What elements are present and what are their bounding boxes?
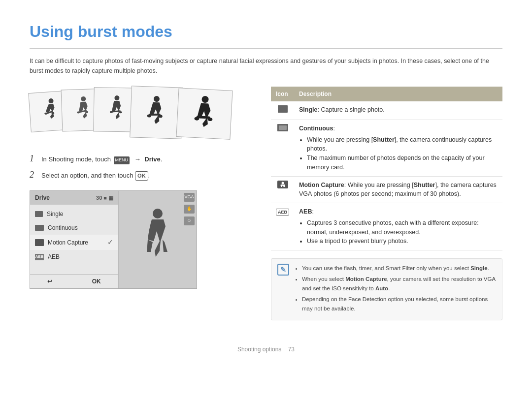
drive-photo-area: VGA ✋ ☺ bbox=[119, 191, 197, 288]
drive-header-label: Drive bbox=[35, 193, 50, 202]
table-row-motion: Motion Capture: While you are pressing [… bbox=[271, 176, 502, 203]
svg-point-16 bbox=[201, 95, 209, 103]
single-title: Single bbox=[299, 106, 318, 113]
menu-icon: MENU bbox=[114, 156, 130, 164]
note-content: You can use the flash, timer, and Smart … bbox=[294, 264, 496, 315]
note-1: You can use the flash, timer, and Smart … bbox=[302, 264, 496, 273]
note-icon: ✎ bbox=[277, 264, 289, 276]
aeb-icon-cell: AEB bbox=[271, 203, 294, 250]
aeb-desc-cell: AEB: Captures 3 consecutive photos, each… bbox=[294, 203, 502, 250]
continuous-desc-cell: Continuous: While you are pressing [Shut… bbox=[294, 120, 502, 176]
aeb-bullet-2: Use a tripod to prevent blurry photos. bbox=[307, 237, 498, 246]
drive-menu-header: Drive 30 ■ ▦ bbox=[30, 191, 118, 205]
vga-icon: VGA bbox=[184, 193, 195, 202]
burst-photo-4 bbox=[130, 86, 183, 139]
left-column: 1 In Shooting mode, touch MENU → Drive. … bbox=[30, 87, 256, 289]
drive-item-motion-label: Motion Capture bbox=[48, 238, 88, 247]
footer-text: Shooting options bbox=[237, 346, 281, 353]
note-3: Depending on the Face Detection option y… bbox=[302, 295, 496, 313]
single-icon-img bbox=[278, 105, 288, 113]
page-number: 73 bbox=[288, 346, 295, 353]
continuous-icon-cell bbox=[271, 120, 294, 176]
person-silhouette bbox=[138, 208, 177, 272]
single-icon-cell bbox=[271, 101, 294, 120]
svg-point-21 bbox=[281, 182, 284, 184]
drive-item-aeb-label: AEB bbox=[48, 252, 60, 261]
drive-menu-panel: Drive 30 ■ ▦ Single Continuous bbox=[30, 191, 119, 288]
drive-label: Drive bbox=[144, 155, 161, 163]
drive-menu-mockup: Drive 30 ■ ▦ Single Continuous bbox=[30, 190, 197, 289]
aeb-bullet-1: Captures 3 consecutive photos, each with… bbox=[307, 218, 498, 237]
drive-count: 30 ■ ▦ bbox=[96, 194, 113, 202]
single-desc-cell: Single: Capture a single photo. bbox=[294, 101, 502, 120]
main-content: 1 In Shooting mode, touch MENU → Drive. … bbox=[30, 87, 502, 320]
table-row-continuous: Continuous: While you are pressing [Shut… bbox=[271, 120, 502, 176]
drive-item-motion[interactable]: Motion Capture ✓ bbox=[30, 235, 118, 250]
step-2: 2 Select an option, and then touch OK. bbox=[30, 168, 256, 182]
continuous-icon bbox=[35, 225, 44, 231]
page-footer: Shooting options 73 bbox=[30, 345, 502, 354]
intro-paragraph: It can be difficult to capture photos of… bbox=[30, 56, 493, 76]
table-row-aeb: AEB AEB: Captures 3 consecutive photos, … bbox=[271, 203, 502, 250]
drive-menu-items: Single Continuous Motion Capture ✓ AEB A… bbox=[30, 205, 118, 274]
back-button[interactable]: ↩ bbox=[47, 277, 52, 286]
continuous-icon-img bbox=[277, 124, 288, 131]
aeb-icon-img: AEB bbox=[276, 209, 289, 216]
svg-point-20 bbox=[153, 209, 163, 218]
burst-photos-strip bbox=[30, 87, 236, 143]
aeb-icon: AEB bbox=[35, 254, 44, 260]
ok-icon: OK bbox=[135, 171, 148, 181]
drive-item-continuous-label: Continuous bbox=[48, 223, 78, 232]
motion-icon bbox=[35, 239, 44, 246]
burst-photo-5 bbox=[176, 88, 233, 140]
continuous-bullet-2: The maximum number of photos depends on … bbox=[307, 154, 498, 172]
svg-point-0 bbox=[48, 98, 54, 103]
aeb-title: AEB bbox=[299, 208, 312, 215]
note-box: ✎ You can use the flash, timer, and Smar… bbox=[271, 258, 502, 320]
svg-point-8 bbox=[114, 95, 119, 100]
step-1: 1 In Shooting mode, touch MENU → Drive. bbox=[30, 152, 256, 165]
motion-title: Motion Capture bbox=[299, 182, 344, 188]
svg-point-12 bbox=[154, 95, 160, 101]
ok-button[interactable]: OK bbox=[92, 277, 101, 286]
drive-item-single-label: Single bbox=[47, 210, 63, 218]
single-icon bbox=[35, 211, 43, 217]
table-header-desc: Description bbox=[294, 87, 502, 101]
table-row-single: Single: Capture a single photo. bbox=[271, 101, 502, 120]
hand-icon: ✋ bbox=[184, 205, 195, 214]
description-table: Icon Description Single: Capture a singl… bbox=[271, 87, 502, 250]
right-column: Icon Description Single: Capture a singl… bbox=[271, 87, 502, 320]
drive-item-single[interactable]: Single bbox=[30, 207, 118, 221]
continuous-title: Continuous bbox=[299, 125, 333, 132]
checkmark-icon: ✓ bbox=[107, 237, 113, 247]
note-2: When you select Motion Capture, your cam… bbox=[302, 275, 496, 293]
sidebar-icons: VGA ✋ ☺ bbox=[184, 193, 195, 225]
steps-section: 1 In Shooting mode, touch MENU → Drive. … bbox=[30, 152, 256, 182]
continuous-bullet-1: While you are pressing [Shutter], the ca… bbox=[307, 135, 498, 154]
face-icon: ☺ bbox=[184, 216, 195, 225]
drive-item-aeb[interactable]: AEB AEB bbox=[30, 250, 118, 264]
svg-point-4 bbox=[81, 96, 86, 101]
drive-footer: ↩ OK bbox=[30, 274, 118, 288]
motion-desc-cell: Motion Capture: While you are pressing [… bbox=[294, 176, 502, 203]
page-title: Using burst modes bbox=[30, 20, 502, 49]
motion-icon-img bbox=[277, 181, 288, 188]
drive-item-continuous[interactable]: Continuous bbox=[30, 221, 118, 235]
table-header-icon: Icon bbox=[271, 87, 294, 101]
motion-icon-cell bbox=[271, 176, 294, 203]
